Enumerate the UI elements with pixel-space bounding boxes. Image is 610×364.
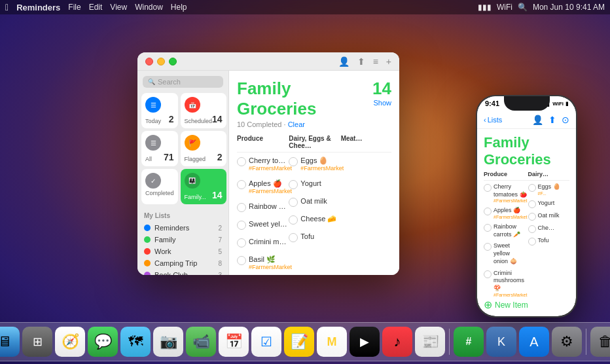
iphone-name-cherry: Cherry tomatoes 🍅 — [493, 183, 527, 198]
checkbox-eggs[interactable] — [289, 157, 298, 166]
checkbox-cheese[interactable] — [289, 215, 298, 225]
iphone-cb-cherry[interactable] — [484, 184, 492, 192]
main-list-meta: 10 Completed · Clear — [237, 120, 372, 128]
iphone-tag-cherry: #FarmersMarket — [493, 198, 527, 203]
iphone-cb-yogurt[interactable] — [528, 200, 536, 208]
list-item-bookclub[interactable]: Book Club 3 — [137, 269, 228, 275]
reminder-name-basil: Basil 🌿 — [249, 255, 287, 264]
dock-finder[interactable]: 🖥 — [0, 327, 20, 357]
share-icon-iphone[interactable]: ⬆ — [548, 115, 556, 125]
iphone-cb-apples[interactable] — [484, 208, 492, 215]
list-icon[interactable]: ≡ — [373, 56, 378, 67]
dock-notes[interactable]: 📝 — [284, 327, 314, 357]
dock-music[interactable]: ♪ — [382, 327, 412, 357]
minimize-button[interactable] — [157, 58, 165, 65]
apple-logo-icon[interactable]:  — [5, 2, 9, 12]
iphone-cb-onion[interactable] — [484, 243, 492, 251]
clear-link[interactable]: Clear — [288, 120, 305, 128]
all-count: 71 — [164, 152, 174, 162]
dock-photos[interactable]: 📷 — [153, 327, 183, 357]
dock-numbers[interactable]: # — [454, 327, 484, 357]
iphone-cb-cheese[interactable] — [528, 225, 536, 233]
reminders-list-name: Reminders — [154, 224, 214, 232]
checkbox-cherry[interactable] — [237, 157, 246, 166]
iphone-cb-carrots[interactable] — [484, 224, 492, 232]
dock-appstore[interactable]: A — [519, 327, 549, 357]
close-button[interactable] — [145, 58, 153, 65]
flagged-count: 2 — [217, 152, 223, 162]
smart-list-scheduled[interactable]: 📅 Scheduled 14 — [181, 93, 226, 128]
reminder-eggs: Eggs 🥚 #FarmersMarket — [289, 155, 339, 173]
list-item-family[interactable]: Family 7 — [137, 234, 228, 246]
list-item-work[interactable]: Work 5 — [137, 246, 228, 257]
app-name[interactable]: Reminders — [16, 3, 60, 12]
iphone-cb-mushrooms[interactable] — [484, 270, 492, 278]
family-icon: 👨‍👩‍👧 — [185, 173, 200, 189]
smart-list-today[interactable]: ☰ Today 2 — [141, 93, 178, 128]
reminder-tag-basil: #FarmersMarket — [249, 264, 287, 270]
back-button[interactable]: ‹ Lists — [484, 116, 502, 124]
dairy-column: Eggs 🥚 #FarmersMarket Yogurt — [289, 155, 339, 275]
dock-safari[interactable]: 🧭 — [55, 327, 85, 357]
iphone-columns: Cherry tomatoes 🍅 #FarmersMarket Apples … — [484, 183, 569, 297]
more-icon[interactable]: ⊙ — [562, 115, 569, 125]
dock-maps[interactable]: 🗺 — [120, 327, 151, 357]
dock-settings[interactable]: ⚙ — [552, 327, 582, 357]
profile-icon[interactable]: 👤 — [338, 56, 350, 67]
checkbox-apples[interactable] — [237, 180, 246, 189]
meat-column — [341, 155, 391, 275]
dock-miro[interactable]: M — [317, 327, 347, 357]
checkbox-oatmilk[interactable] — [289, 198, 298, 207]
list-item-camping[interactable]: Camping Trip 8 — [137, 257, 228, 269]
smart-list-family[interactable]: 👨‍👩‍👧 Family... 14 — [181, 169, 226, 204]
new-item-button[interactable]: ⊕ New Item — [484, 299, 528, 311]
iphone-cb-tofu[interactable] — [528, 238, 536, 246]
maximize-button[interactable] — [169, 58, 177, 65]
iphone-name-oatmilk: Oat milk — [538, 212, 560, 220]
add-item-icon: ⊕ — [484, 299, 492, 311]
smart-list-completed[interactable]: ✓ Completed — [141, 169, 178, 204]
add-icon[interactable]: + — [386, 56, 391, 67]
reminder-name-cherry: Cherry tomatoes 🍅 — [249, 156, 287, 165]
smart-list-all[interactable]: ☰ All 71 — [141, 131, 178, 166]
checkbox-yogurt[interactable] — [289, 180, 298, 189]
show-link[interactable]: Show — [372, 99, 391, 107]
person-icon[interactable]: 👤 — [532, 115, 543, 125]
menu-view[interactable]: View — [110, 3, 127, 12]
menu-edit[interactable]: Edit — [89, 3, 103, 12]
scheduled-icon: 📅 — [185, 97, 200, 113]
menu-bar:  Reminders File Edit View Window Help ▮… — [0, 0, 610, 14]
dock-facetime[interactable]: 📹 — [186, 327, 216, 357]
chevron-left-icon: ‹ — [484, 116, 486, 124]
window-titlebar: 👤 ⬆ ≡ + — [137, 52, 399, 71]
dock-keynote[interactable]: K — [486, 327, 516, 357]
smart-list-flagged[interactable]: 🚩 Flagged 2 — [181, 131, 226, 166]
dock-messages[interactable]: 💬 — [88, 327, 118, 357]
checkbox-onion[interactable] — [237, 221, 246, 230]
columns-body: Cherry tomatoes 🍅 #FarmersMarket Apples … — [237, 155, 391, 275]
checkbox-tofu[interactable] — [289, 233, 298, 242]
dock-news[interactable]: 📰 — [415, 327, 445, 357]
menu-window[interactable]: Window — [135, 3, 163, 12]
list-item-reminders[interactable]: Reminders 2 — [137, 222, 228, 234]
iphone-cb-oatmilk[interactable] — [528, 213, 536, 221]
dock-appletv[interactable]: ▶ — [350, 327, 380, 357]
share-icon[interactable]: ⬆ — [357, 56, 365, 67]
dock-launchpad[interactable]: ⊞ — [22, 327, 52, 357]
dock-trash[interactable]: 🗑 — [590, 327, 610, 357]
checkbox-basil[interactable] — [237, 256, 246, 265]
menu-help[interactable]: Help — [171, 3, 187, 12]
dock-calendar[interactable]: 📅 — [219, 327, 249, 357]
iphone-cb-eggs[interactable] — [528, 184, 536, 192]
dock-divider — [449, 329, 450, 355]
iphone-name-carrots: Rainbow carrots 🥕 — [493, 223, 526, 238]
reminder-name-apples: Apples 🍎 — [249, 179, 287, 188]
search-icon[interactable]: 🔍 — [518, 3, 528, 12]
search-box[interactable]: 🔍 Search — [143, 76, 223, 88]
family-label: Family... — [185, 194, 206, 200]
flagged-label: Flagged — [185, 156, 206, 162]
dock-reminders[interactable]: ☑ — [251, 327, 281, 357]
menu-file[interactable]: File — [68, 3, 81, 12]
checkbox-mushrooms[interactable] — [237, 238, 246, 247]
checkbox-carrots[interactable] — [237, 203, 246, 212]
